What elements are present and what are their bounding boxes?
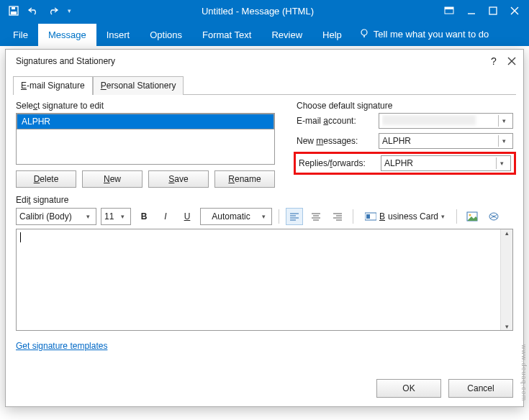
svg-rect-26	[366, 214, 370, 219]
svg-point-9	[361, 29, 367, 35]
highlight-box: Replies/forwards: ALPHR ▾	[294, 152, 516, 175]
ok-button[interactable]: OK	[376, 379, 441, 398]
signature-item-selected[interactable]: ALPHR	[17, 114, 274, 129]
help-icon[interactable]: ?	[487, 55, 500, 67]
signatures-dialog: Signatures and Stationery ? E-mail Signa…	[5, 49, 524, 407]
tab-email-signature[interactable]: E-mail Signature	[13, 76, 93, 95]
font-size-dropdown[interactable]: 11▾	[101, 208, 131, 225]
scrollbar[interactable]: ▴ ▾	[500, 229, 512, 330]
select-signature-label: Select signature to edit	[16, 101, 275, 111]
edit-signature-label: Edit signature	[16, 195, 513, 205]
italic-button[interactable]: I	[157, 208, 174, 225]
delete-button[interactable]: Delete	[16, 170, 76, 188]
new-messages-dropdown[interactable]: ALPHR ▾	[379, 133, 513, 149]
signature-list[interactable]: ALPHR	[16, 113, 275, 165]
maximize-icon[interactable]	[489, 6, 497, 15]
tab-format-text[interactable]: Format Text	[192, 24, 261, 46]
align-right-button[interactable]	[329, 208, 346, 225]
scroll-down-icon[interactable]: ▾	[505, 323, 509, 330]
align-left-button[interactable]	[286, 208, 303, 225]
tab-message[interactable]: Message	[38, 24, 96, 46]
bold-button[interactable]: B	[135, 208, 153, 225]
svg-rect-1	[11, 12, 17, 14]
save-icon[interactable]	[9, 6, 19, 16]
watermark: www.deuaq.com	[520, 344, 528, 401]
svg-point-29	[489, 213, 498, 220]
save-button[interactable]: Save	[148, 170, 209, 188]
font-family-dropdown[interactable]: Calibri (Body)▾	[16, 208, 96, 225]
text-cursor	[20, 232, 21, 242]
tab-help[interactable]: Help	[312, 24, 352, 46]
lightbulb-icon	[359, 28, 369, 40]
close-icon[interactable]	[510, 6, 519, 15]
svg-rect-2	[12, 7, 15, 9]
window-titlebar: ▾ Untitled - Message (HTML)	[0, 0, 529, 22]
insert-hyperlink-button[interactable]	[485, 208, 502, 225]
svg-rect-6	[489, 7, 497, 14]
business-card-icon	[365, 212, 376, 221]
get-templates-link[interactable]: Get signature templates	[16, 341, 107, 351]
replies-forwards-dropdown[interactable]: ALPHR ▾	[381, 155, 511, 171]
dialog-title: Signatures and Stationery	[16, 56, 487, 66]
signature-editor[interactable]: ▴ ▾	[16, 229, 513, 331]
chevron-down-icon: ▾	[498, 115, 510, 127]
chevron-down-icon: ▾	[258, 213, 268, 220]
tab-file[interactable]: File	[3, 24, 38, 46]
chevron-down-icon: ▾	[83, 213, 93, 220]
new-messages-value: ALPHR	[382, 136, 498, 146]
new-messages-label: New messages:	[297, 136, 374, 146]
quick-access-toolbar: ▾	[0, 6, 71, 16]
email-account-value	[382, 115, 476, 125]
cancel-button[interactable]: Cancel	[448, 379, 513, 398]
rename-button[interactable]: Rename	[214, 170, 275, 188]
signature-toolbar: Calibri (Body)▾ 11▾ B I U Automatic▾ Bus…	[16, 208, 513, 225]
undo-icon[interactable]	[27, 6, 39, 16]
choose-default-label: Choose default signature	[297, 101, 513, 111]
svg-rect-4	[445, 7, 453, 9]
svg-point-28	[469, 214, 471, 216]
ribbon: File Message Insert Options Format Text …	[0, 22, 529, 46]
chevron-down-icon: ▾	[441, 213, 445, 220]
tab-insert[interactable]: Insert	[96, 24, 140, 46]
tell-me[interactable]: Tell me what you want to do	[352, 22, 496, 46]
tell-me-label: Tell me what you want to do	[374, 29, 489, 40]
font-color-dropdown[interactable]: Automatic▾	[200, 208, 272, 225]
tab-personal-stationery[interactable]: Personal Stationery	[93, 76, 184, 95]
replies-forwards-value: ALPHR	[384, 158, 496, 168]
email-account-dropdown[interactable]: ▾	[379, 113, 513, 129]
tab-review[interactable]: Review	[261, 24, 312, 46]
email-account-label: E-mail account:	[297, 116, 374, 126]
chevron-down-icon: ▾	[117, 213, 127, 220]
redo-icon[interactable]	[48, 6, 59, 16]
scroll-up-icon[interactable]: ▴	[505, 229, 509, 237]
window-title: Untitled - Message (HTML)	[71, 6, 444, 17]
new-button[interactable]: New	[82, 170, 143, 188]
minimize-icon[interactable]	[467, 6, 476, 15]
chevron-down-icon: ▾	[498, 135, 510, 147]
ribbon-display-icon[interactable]	[444, 6, 454, 15]
underline-button[interactable]: U	[178, 208, 196, 225]
dialog-close-icon[interactable]	[507, 57, 516, 65]
tab-options[interactable]: Options	[140, 24, 192, 46]
replies-forwards-label: Replies/forwards:	[299, 158, 376, 168]
align-center-button[interactable]	[307, 208, 325, 225]
insert-picture-button[interactable]	[464, 208, 481, 225]
chevron-down-icon: ▾	[496, 158, 507, 169]
business-card-button[interactable]: Business Card ▾	[360, 208, 450, 225]
